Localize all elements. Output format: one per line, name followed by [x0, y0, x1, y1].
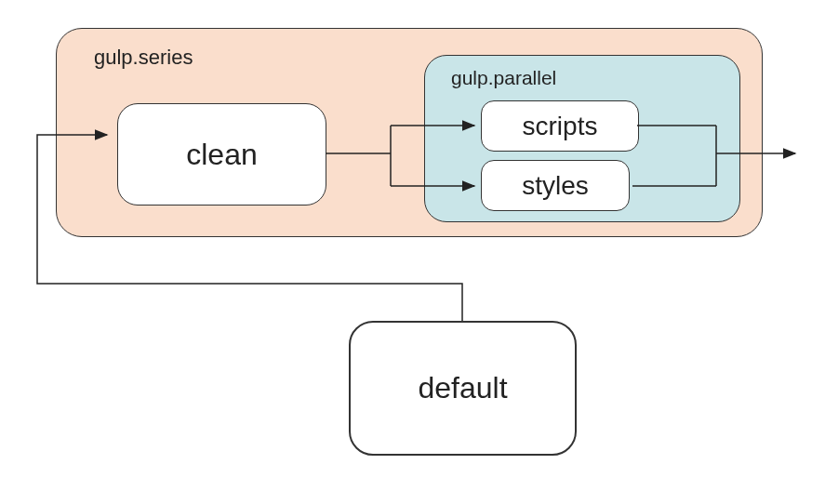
- clean-task-label: clean: [186, 138, 258, 172]
- default-task-label: default: [418, 371, 507, 405]
- series-container: gulp.series clean gulp.parallel scripts …: [56, 28, 763, 237]
- default-task-box: default: [349, 321, 577, 456]
- series-label: gulp.series: [94, 46, 193, 70]
- parallel-container: gulp.parallel scripts styles: [424, 55, 740, 222]
- clean-task-box: clean: [117, 103, 326, 206]
- scripts-task-label: scripts: [523, 112, 598, 141]
- styles-task-box: styles: [481, 160, 630, 211]
- parallel-label: gulp.parallel: [451, 67, 556, 89]
- styles-task-label: styles: [522, 171, 589, 201]
- scripts-task-box: scripts: [481, 100, 639, 152]
